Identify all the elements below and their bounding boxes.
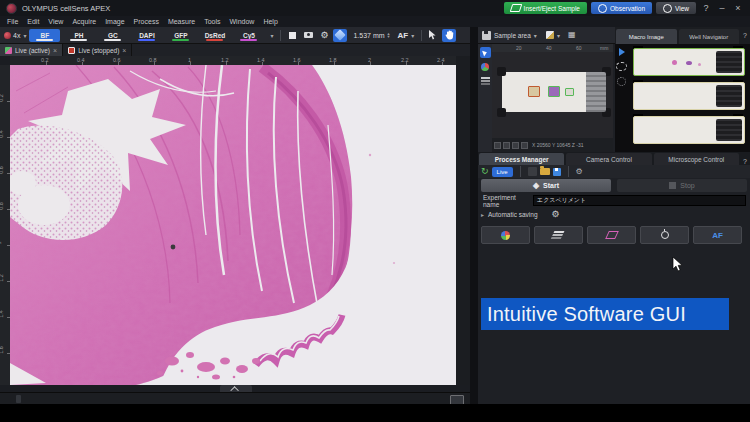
specimen-marker xyxy=(548,86,560,97)
menu-help[interactable]: Help xyxy=(263,18,277,25)
status-toggle-icon[interactable] xyxy=(494,142,501,149)
window-title: OLYMPUS cellSens APEX xyxy=(22,4,110,13)
tab-microscope-control[interactable]: Microscope Control xyxy=(654,153,739,165)
sync-icon[interactable]: ↻ xyxy=(481,167,489,176)
stop-button[interactable]: Stop xyxy=(617,179,747,192)
channel-dsred-button[interactable]: DsRed xyxy=(199,29,230,42)
menu-window[interactable]: Window xyxy=(229,18,254,25)
close-tab-icon[interactable]: × xyxy=(122,47,126,54)
right-panel: Sample area ▾ ▾ ▦ Macro Image Well Navig… xyxy=(478,27,750,404)
stage-coordinates: X 20560 Y 10645 Z -31 xyxy=(532,142,584,148)
save-icon[interactable] xyxy=(482,31,491,40)
specimen-marker xyxy=(565,88,574,96)
chevron-down-icon[interactable]: ▾ xyxy=(557,32,560,39)
layers-icon xyxy=(481,77,490,79)
multichannel-button[interactable] xyxy=(481,226,530,244)
channel-bf-button[interactable]: BF xyxy=(29,29,60,42)
ruler-tick-label: 0.6 xyxy=(0,166,4,174)
scale-readout[interactable]: 1.537 mm xyxy=(353,32,384,39)
channel-gc-button[interactable]: GC xyxy=(97,29,128,42)
start-button[interactable]: ◈ Start xyxy=(481,179,611,192)
close-button[interactable]: × xyxy=(732,3,744,13)
scale-stepper[interactable]: ▲▼ xyxy=(387,32,391,38)
macro-slide-1[interactable] xyxy=(633,48,745,76)
experiment-name-input[interactable]: エクスペリメント xyxy=(533,195,746,206)
acquisition-settings-button[interactable]: ⚙ xyxy=(317,29,331,42)
menu-process[interactable]: Process xyxy=(134,18,159,25)
chevron-down-icon[interactable]: ▾ xyxy=(270,32,273,39)
menu-acquire[interactable]: Acquire xyxy=(72,18,96,25)
menu-file[interactable]: File xyxy=(7,18,18,25)
expand-arrow-icon[interactable] xyxy=(619,48,625,56)
save-icon[interactable] xyxy=(553,168,561,176)
overview-image-button[interactable] xyxy=(480,61,491,72)
grip-icon[interactable] xyxy=(16,395,21,403)
select-tool-button[interactable] xyxy=(426,29,440,42)
minimize-button[interactable]: – xyxy=(716,3,728,13)
help-button[interactable]: ? xyxy=(700,3,712,13)
lasso-icon[interactable] xyxy=(616,62,627,71)
af-label[interactable]: AF xyxy=(398,31,409,40)
view-button[interactable]: View xyxy=(656,2,696,14)
tab-well-navigator[interactable]: Well Navigator xyxy=(679,29,740,44)
saving-settings-gear-icon[interactable]: ⚙ xyxy=(552,210,560,219)
roi-circle-icon[interactable] xyxy=(617,77,626,86)
slide-overview-canvas[interactable]: 20 40 60 mm xyxy=(492,44,613,138)
tab-camera-control[interactable]: Camera Control xyxy=(566,153,651,165)
live-toggle-button[interactable]: Live xyxy=(492,167,513,177)
help-icon[interactable]: ? xyxy=(740,158,750,165)
menu-tools[interactable]: Tools xyxy=(204,18,220,25)
channel-cy5-button[interactable]: Cy5 xyxy=(233,29,264,42)
channel-gfp-button[interactable]: GFP xyxy=(165,29,196,42)
experiment-settings-icon[interactable]: ⚙ xyxy=(576,168,583,176)
objective-selector[interactable]: 4x xyxy=(4,32,20,39)
live-image-canvas[interactable] xyxy=(10,65,456,385)
ruler-tick-label: 0.4 xyxy=(77,57,85,63)
channel-dapi-button[interactable]: DAPI xyxy=(131,29,162,42)
color-wheel-icon xyxy=(501,231,510,240)
pointer-tool-button[interactable] xyxy=(480,47,491,58)
status-toggle-icon[interactable] xyxy=(503,142,510,149)
menu-view[interactable]: View xyxy=(48,18,63,25)
menu-edit[interactable]: Edit xyxy=(27,18,39,25)
collapse-panel-button[interactable] xyxy=(220,385,252,392)
process-snapshot-button[interactable] xyxy=(333,29,347,42)
snapshot-button[interactable] xyxy=(301,29,315,42)
chevron-down-icon[interactable]: ▾ xyxy=(23,32,26,39)
tab-live-active[interactable]: Live (active) × xyxy=(0,44,63,56)
menu-measure[interactable]: Measure xyxy=(168,18,195,25)
macro-slide-2[interactable] xyxy=(633,82,745,110)
observation-button[interactable]: Observation xyxy=(591,2,652,14)
tab-process-manager[interactable]: Process Manager xyxy=(479,153,564,165)
panel-divider[interactable] xyxy=(470,27,478,404)
menu-image[interactable]: Image xyxy=(105,18,124,25)
grid-icon[interactable]: ▦ xyxy=(568,31,576,39)
pan-tool-button[interactable] xyxy=(442,29,456,42)
chevron-down-icon[interactable]: ▾ xyxy=(411,32,414,39)
close-tab-icon[interactable]: × xyxy=(53,47,57,54)
folder-icon[interactable] xyxy=(540,168,550,175)
help-icon[interactable]: ? xyxy=(740,27,750,44)
z-stack-button[interactable] xyxy=(534,226,583,244)
expander-icon[interactable]: ▸ xyxy=(481,211,484,218)
layers-button[interactable] xyxy=(480,75,491,86)
slide-preview[interactable] xyxy=(502,72,606,112)
time-lapse-button[interactable] xyxy=(640,226,689,244)
autofocus-button[interactable]: AF xyxy=(693,226,742,244)
ruler-tick-label: 0.8 xyxy=(149,57,157,63)
macro-slide-3[interactable] xyxy=(633,116,745,144)
brush-icon[interactable] xyxy=(546,31,554,39)
stage-positions-button[interactable] xyxy=(587,226,636,244)
sample-area-header: Sample area ▾ ▾ ▦ xyxy=(478,27,615,44)
sample-area-label[interactable]: Sample area xyxy=(494,32,531,39)
tab-live-stopped[interactable]: Live (stopped) × xyxy=(63,44,132,56)
status-toggle-icon[interactable] xyxy=(512,142,519,149)
stop-live-button[interactable] xyxy=(285,29,299,42)
status-toggle-icon[interactable] xyxy=(521,142,528,149)
insert-eject-sample-button[interactable]: Insert/Eject Sample xyxy=(504,2,587,14)
chevron-down-icon[interactable]: ▾ xyxy=(534,32,537,39)
sample-tools-strip xyxy=(478,44,492,152)
ruler-tick-label: 2.4 xyxy=(437,57,445,63)
channel-ph-button[interactable]: PH xyxy=(63,29,94,42)
tab-macro-image[interactable]: Macro Image xyxy=(616,29,677,44)
